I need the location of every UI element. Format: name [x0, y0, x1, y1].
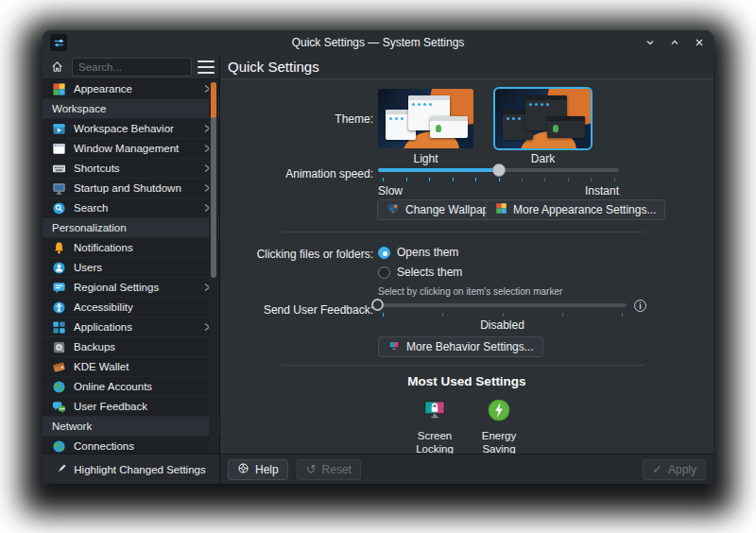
slider-handle[interactable]	[492, 163, 506, 177]
selection-hint: Select by clicking on item's selection m…	[378, 286, 562, 297]
applications-icon	[52, 320, 66, 335]
appearance-icon	[495, 202, 507, 217]
sidebar-item-startup-and-shutdown[interactable]: Startup and Shutdown	[43, 179, 219, 198]
sidebar-section-personalization: Personalization	[43, 218, 219, 238]
startup-shutdown-icon	[52, 181, 66, 196]
highlighter-icon	[56, 462, 68, 476]
window-title: Quick Settings — System Settings	[43, 36, 713, 49]
sidebar-item-shortcuts[interactable]: Shortcuts	[43, 159, 219, 179]
apply-button[interactable]: ✓ Apply	[643, 459, 706, 480]
reset-icon: ↺	[306, 463, 317, 475]
wallet-icon	[52, 360, 66, 374]
slider-max-label: Instant	[585, 184, 619, 198]
more-appearance-settings-button[interactable]: More Appearance Settings...	[486, 199, 665, 220]
feedback-slider[interactable]	[378, 299, 627, 312]
minimize-icon[interactable]	[644, 36, 657, 49]
feedback-icon	[52, 400, 66, 414]
section-divider	[282, 365, 644, 366]
help-icon	[237, 462, 249, 477]
highlight-changed-settings-button[interactable]: Highlight Changed Settings	[56, 462, 205, 476]
animation-speed-slider[interactable]	[378, 163, 619, 177]
globe-icon	[52, 380, 66, 394]
apply-check-icon: ✓	[652, 463, 662, 475]
sidebar-item-workspace-behavior[interactable]: Workspace Behavior	[43, 119, 219, 139]
most-used-settings-title: Most Used Settings	[220, 374, 713, 388]
sidebar-section-network: Network	[43, 417, 219, 437]
close-icon[interactable]	[693, 36, 706, 49]
energy-saving-icon	[487, 412, 511, 425]
sidebar-item-notifications[interactable]: Notifications	[43, 238, 219, 258]
sidebar: AppearanceWorkspaceWorkspace BehaviorWin…	[43, 79, 220, 454]
notifications-icon	[52, 241, 66, 255]
workspace-behavior-icon	[52, 122, 66, 136]
theme-light-thumbnail[interactable]	[378, 89, 473, 148]
info-icon[interactable]: i	[634, 300, 646, 312]
backups-icon	[52, 340, 66, 354]
sidebar-item-appearance[interactable]: Appearance	[43, 79, 219, 99]
radio-opens-them[interactable]: Opens them	[378, 246, 458, 259]
titlebar[interactable]: Quick Settings — System Settings	[43, 30, 713, 55]
theme-label: Theme:	[220, 112, 373, 126]
sidebar-item-kde-wallet[interactable]: KDE Wallet	[43, 357, 219, 377]
sidebar-item-applications[interactable]: Applications	[43, 318, 219, 337]
menu-icon[interactable]	[198, 60, 215, 74]
sidebar-footer: Highlight Changed Settings	[43, 454, 220, 484]
sidebar-item-users[interactable]: Users	[43, 258, 219, 278]
animation-speed-label: Animation speed:	[220, 167, 373, 181]
sidebar-item-search[interactable]: Search	[43, 198, 219, 218]
slider-handle[interactable]	[371, 299, 384, 311]
radio-button[interactable]	[378, 266, 390, 279]
maximize-icon[interactable]	[668, 36, 681, 49]
window-management-icon	[52, 142, 66, 156]
button-bar: Help ↺ Reset ✓ Apply	[220, 454, 713, 484]
radio-button[interactable]	[378, 247, 390, 259]
main-content: Theme: Light Dark Animation speed:	[220, 79, 713, 454]
screen-locking-shortcut[interactable]: Screen Locking	[405, 398, 464, 456]
radio-selects-them[interactable]: Selects them	[378, 266, 462, 279]
feedback-status: Disabled	[378, 318, 627, 332]
system-settings-window: Quick Settings — System Settings Quick S…	[43, 30, 713, 484]
sidebar-item-user-feedback[interactable]: User Feedback	[43, 397, 219, 417]
reset-button[interactable]: ↺ Reset	[297, 459, 361, 480]
scrollbar-thumb[interactable]	[211, 82, 216, 278]
home-button[interactable]	[47, 58, 66, 77]
slider-min-label: Slow	[378, 184, 403, 198]
accessibility-icon	[52, 301, 66, 315]
page-title: Quick Settings	[228, 59, 319, 75]
sidebar-scrollbar[interactable]	[209, 79, 218, 454]
section-divider	[282, 232, 644, 232]
theme-dark-thumbnail[interactable]	[495, 89, 591, 148]
behavior-icon	[387, 339, 401, 354]
search-circle-icon	[52, 201, 66, 215]
energy-saving-shortcut[interactable]: Energy Saving	[470, 398, 528, 456]
sidebar-item-connections[interactable]: Connections	[43, 437, 219, 454]
globe-icon	[52, 439, 66, 454]
users-icon	[52, 261, 66, 275]
theme-option-dark[interactable]: Dark	[495, 89, 591, 165]
sidebar-item-window-management[interactable]: Window Management	[43, 139, 219, 159]
screen-locking-icon	[422, 412, 447, 425]
sidebar-item-backups[interactable]: Backups	[43, 337, 219, 357]
search-input[interactable]	[72, 58, 192, 77]
help-button[interactable]: Help	[228, 459, 288, 480]
feedback-label: Send User Feedback:	[220, 303, 373, 317]
system-settings-app-icon	[50, 34, 67, 51]
regional-icon	[52, 281, 66, 295]
theme-option-light[interactable]: Light	[378, 89, 473, 165]
shortcuts-icon	[52, 162, 66, 176]
more-behavior-settings-button[interactable]: More Behavior Settings...	[378, 336, 543, 357]
sidebar-item-online-accounts[interactable]: Online Accounts	[43, 377, 219, 397]
appearance-icon	[52, 82, 66, 96]
sidebar-item-accessibility[interactable]: Accessibility	[43, 298, 219, 318]
wallpaper-icon	[387, 202, 400, 217]
sidebar-header	[43, 55, 220, 79]
sidebar-item-regional-settings[interactable]: Regional Settings	[43, 278, 219, 298]
clicking-label: Clicking files or folders:	[220, 248, 373, 261]
sidebar-section-workspace: Workspace	[43, 99, 219, 119]
